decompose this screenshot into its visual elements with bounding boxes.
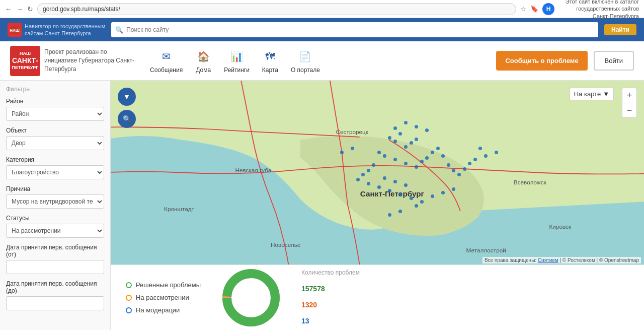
map-view-label: На карте (574, 90, 601, 98)
stat-mod-count: 13 (301, 317, 309, 325)
refresh-button[interactable]: ↻ (27, 5, 33, 13)
report-button[interactable]: Сообщить о проблеме (496, 51, 587, 71)
map-container[interactable]: Санкт-Петербург Всеволожск Кронштадт Сес… (111, 81, 644, 265)
filter-category-group: Категория Благоустройство (6, 156, 104, 179)
filter-status-label: Статусы (6, 215, 104, 222)
stats-col-header: Количество проблем (301, 269, 360, 276)
site-search-bar: НАШ Навигатор по государственным сайтам … (0, 18, 644, 41)
filter-category-label: Категория (6, 156, 104, 163)
review-label: На рассмотрении (136, 294, 189, 301)
svg-text:Кронштадт: Кронштадт (164, 206, 195, 212)
solved-dot (126, 282, 132, 288)
chevron-down-icon: ▼ (603, 90, 609, 98)
map-controls: ▼ 🔍 (118, 88, 136, 128)
legend-review: На рассмотрении (126, 294, 201, 301)
stats-section: Решенные проблемы На рассмотрении На мод… (111, 265, 644, 330)
stat-review-count: 1320 (301, 301, 317, 309)
ext-notice: Этот сайт включён в каталог государствен… (558, 0, 639, 20)
browser-chrome: ← → ↻ ☆ 🔖 Н Этот сайт включён в каталог … (0, 0, 644, 18)
nav-houses[interactable]: 🏠 Дома (195, 48, 212, 74)
zoom-in-button[interactable]: + (622, 88, 637, 103)
filter-object-group: Объект Двор (6, 127, 104, 150)
map-icon: 🗺 (262, 48, 279, 65)
filter-reason-label: Причина (6, 185, 104, 192)
site-search-wrapper: 🔍 (111, 22, 598, 37)
nav-ratings[interactable]: 📊 Рейтинги (224, 48, 250, 74)
browser-nav-icons: ☆ 🔖 Н (520, 3, 554, 15)
messages-icon: ✉ (158, 48, 175, 65)
filter-object-label: Объект (6, 127, 104, 134)
bookmark-icon[interactable]: 🔖 (530, 5, 538, 13)
filter-district-group: Район Район (6, 98, 104, 121)
svg-text:Санкт-Петербург: Санкт-Петербург (360, 189, 424, 198)
filter-date-from-label: Дата принятия перв. сообщения (от) (6, 244, 104, 258)
stats-numbers: Количество проблем 157578 1320 13 (301, 269, 360, 326)
filter-map-button[interactable]: ▼ (118, 88, 136, 106)
site-logo-icon: НАШ (8, 23, 22, 37)
svg-text:Кировск: Кировск (549, 223, 572, 230)
header-right: Сообщить о проблеме Войти (496, 51, 634, 71)
project-text: Проект реализован по инициативе Губернат… (44, 48, 135, 73)
logo-block: НАШ САНКТ- ПЕТЕРБУРГ Проект реализован п… (10, 46, 135, 76)
svg-text:Всеволожск: Всеволожск (514, 179, 547, 185)
filter-date-to-group: Дата принятия перв. сообщения (до) (6, 280, 104, 310)
legend-area: Решенные проблемы На рассмотрении На мод… (126, 281, 201, 314)
filter-status-group: Статусы На рассмотрении (6, 215, 104, 238)
legend-mod: На модерации (126, 306, 201, 314)
filter-object-select[interactable]: Двор (6, 136, 104, 150)
svg-text:Сестрорецк: Сестрорецк (336, 128, 369, 135)
mod-label: На модерации (136, 306, 180, 314)
map-stats-area: Санкт-Петербург Всеволожск Кронштадт Сес… (111, 81, 644, 330)
site-search-button[interactable]: Найти (604, 24, 636, 35)
svg-point-15 (234, 281, 268, 315)
map-credits: Все права защищены: Снятием | © Ростелек… (482, 257, 641, 263)
content-area: Фильтры Район Район Объект Двор Категори… (0, 81, 644, 330)
solved-label: Решенные проблемы (136, 281, 201, 289)
filter-date-to-input[interactable] (6, 296, 104, 310)
sidebar-filters: Фильтры Район Район Объект Двор Категори… (0, 81, 111, 330)
filter-date-from-group: Дата принятия перв. сообщения (от) (6, 244, 104, 274)
header-nav: ✉ Сообщения 🏠 Дома 📊 Рейтинги 🗺 Карта 📄 … (150, 48, 320, 74)
houses-icon: 🏠 (195, 48, 212, 65)
svg-text:НАШ: НАШ (10, 28, 20, 33)
mod-dot (126, 307, 132, 313)
site-nav-text: Навигатор по государственным сайтам Санк… (25, 23, 105, 37)
filter-date-to-label: Дата принятия перв. сообщения (до) (6, 280, 104, 294)
filter-category-select[interactable]: Благоустройство (6, 165, 104, 179)
nav-messages[interactable]: ✉ Сообщения (150, 48, 183, 74)
zoom-out-button[interactable]: − (622, 103, 637, 118)
stat-mod-row: 13 (301, 315, 360, 326)
star-icon[interactable]: ☆ (520, 5, 526, 13)
main-header: НАШ САНКТ- ПЕТЕРБУРГ Проект реализован п… (0, 41, 644, 81)
stat-review-row: 1320 (301, 299, 360, 310)
search-icon: 🔍 (115, 26, 123, 34)
search-map-button[interactable]: 🔍 (118, 110, 136, 128)
nav-map-label: Карта (262, 67, 278, 74)
stat-solved-count: 157578 (301, 285, 325, 293)
back-button[interactable]: ← (5, 5, 12, 13)
map-zoom-controls: + − (622, 88, 637, 118)
user-avatar[interactable]: Н (542, 3, 554, 15)
address-bar[interactable] (37, 3, 516, 15)
filter-title: Фильтры (6, 86, 104, 93)
svg-text:Новоселье: Новоселье (271, 241, 301, 248)
nav-messages-label: Сообщения (150, 67, 183, 74)
filter-reason-select[interactable]: Мусор на внутридворовой терр... (6, 194, 104, 209)
login-button[interactable]: Войти (594, 51, 634, 71)
filter-status-select[interactable]: На рассмотрении (6, 224, 104, 238)
about-icon: 📄 (297, 48, 314, 65)
review-dot (126, 295, 132, 301)
filter-district-label: Район (6, 98, 104, 105)
nav-map[interactable]: 🗺 Карта (262, 48, 279, 74)
filter-reason-group: Причина Мусор на внутридворовой терр... (6, 185, 104, 209)
svg-text:Невская губа: Невская губа (235, 167, 271, 174)
filter-district-select[interactable]: Район (6, 107, 104, 121)
filter-date-from-input[interactable] (6, 260, 104, 274)
site-search-input[interactable] (126, 26, 594, 33)
nav-about[interactable]: 📄 О портале (291, 48, 320, 74)
forward-button[interactable]: → (16, 5, 23, 13)
nav-houses-label: Дома (196, 67, 211, 74)
map-view-dropdown[interactable]: На карте ▼ (570, 88, 614, 100)
nav-ratings-label: Рейтинги (224, 67, 250, 74)
stat-solved-row: 157578 (301, 283, 360, 294)
